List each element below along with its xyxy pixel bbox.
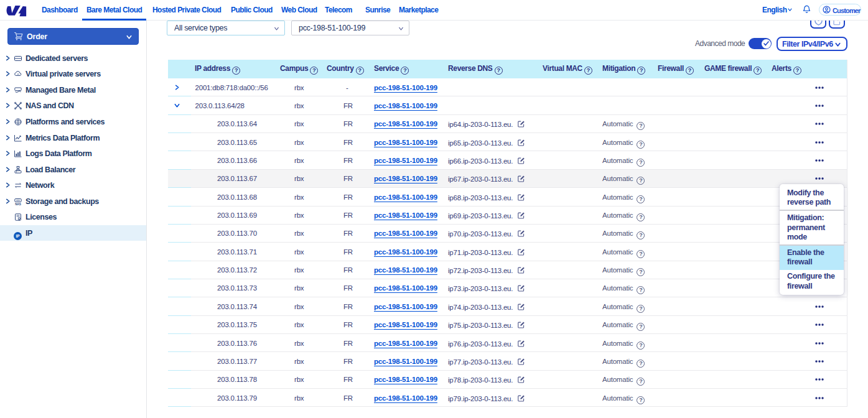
svg-text:NAS: NAS — [15, 202, 21, 205]
